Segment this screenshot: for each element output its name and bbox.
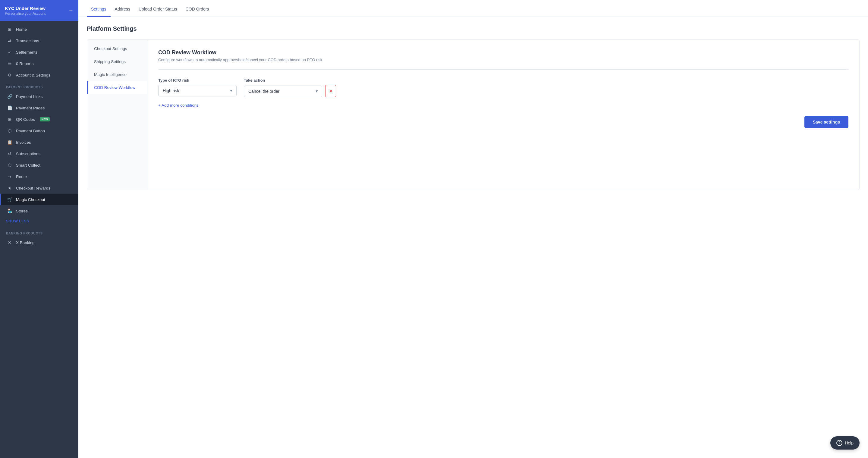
sidebar-item-settlements[interactable]: ✓ Settlements	[0, 46, 79, 58]
sub-sidebar-item-shipping-settings[interactable]: Shipping Settings	[87, 55, 147, 68]
tab-upload-order-status[interactable]: Upload Order Status	[134, 2, 181, 17]
sidebar-item-smart-collect[interactable]: ⬡ Smart Collect	[0, 159, 79, 171]
save-settings-button[interactable]: Save settings	[804, 116, 848, 128]
sidebar-item-label: Payment Links	[16, 94, 43, 99]
sidebar-item-label: Payment Pages	[16, 106, 44, 110]
take-action-select[interactable]: Cancel the order Hold the order Approve …	[244, 86, 322, 97]
sidebar-item-stores[interactable]: 🏪 Stores	[0, 205, 79, 217]
sidebar-item-label: Checkout Rewards	[16, 186, 50, 190]
sidebar-personalise-sub: Personalise your Account	[5, 11, 68, 16]
sidebar-item-invoices[interactable]: 📋 Invoices	[0, 136, 79, 148]
show-less-button[interactable]: SHOW LESS	[0, 217, 79, 227]
sub-sidebar-item-cod-review-workflow[interactable]: COD Review Workflow	[87, 81, 147, 94]
sidebar-expand-icon[interactable]: →	[68, 7, 73, 14]
sidebar-main-nav: ⊞ Home ⇄ Transactions ✓ Settlements ☰ 0 …	[0, 21, 79, 251]
sub-sidebar-item-magic-intelligence[interactable]: Magic Intelligence	[87, 68, 147, 81]
settings-icon: ⚙	[7, 72, 12, 78]
condition-row: Type of RTO risk High risk Medium risk L…	[158, 78, 848, 97]
payment-pages-icon: 📄	[7, 105, 12, 110]
rto-risk-label: Type of RTO risk	[158, 78, 237, 83]
invoices-icon: 📋	[7, 139, 12, 145]
new-badge: NEW	[40, 117, 50, 122]
help-icon: ?	[836, 440, 842, 446]
tab-cod-orders[interactable]: COD Orders	[181, 2, 213, 17]
cod-review-content: COD Review Workflow Configure workflows …	[147, 40, 859, 190]
rto-risk-column: Type of RTO risk High risk Medium risk L…	[158, 78, 237, 96]
sidebar-item-label: 0 Reports	[16, 62, 34, 66]
take-action-label: Take action	[244, 78, 336, 83]
tabs-bar: Settings Address Upload Order Status COD…	[79, 0, 868, 17]
save-row: Save settings	[158, 116, 848, 128]
sidebar-item-label: Invoices	[16, 140, 31, 144]
page-title: Platform Settings	[87, 25, 860, 32]
sub-sidebar: Checkout Settings Shipping Settings Magi…	[87, 40, 147, 190]
cod-section-title: COD Review Workflow	[158, 50, 848, 56]
sidebar-item-qr-codes[interactable]: ⊞ QR Codes NEW	[0, 113, 79, 125]
settlements-icon: ✓	[7, 50, 12, 55]
main-content: Settings Address Upload Order Status COD…	[79, 0, 868, 458]
rto-risk-select-wrapper: High risk Medium risk Low risk ▼	[158, 85, 237, 96]
payment-products-label: PAYMENT PRODUCTS	[0, 81, 79, 91]
sidebar-item-payment-pages[interactable]: 📄 Payment Pages	[0, 102, 79, 113]
magic-checkout-icon: 🛒	[7, 197, 12, 202]
cod-section-description: Configure workflows to automatically app…	[158, 58, 848, 62]
sidebar-item-label: Transactions	[16, 39, 39, 43]
sidebar-item-label: Smart Collect	[16, 163, 40, 167]
sidebar-item-payment-links[interactable]: 🔗 Payment Links	[0, 91, 79, 102]
smart-collect-icon: ⬡	[7, 162, 12, 168]
sidebar-item-label: Stores	[16, 209, 28, 213]
sidebar-item-subscriptions[interactable]: ↺ Subscriptions	[0, 148, 79, 159]
payment-links-icon: 🔗	[7, 94, 12, 99]
sidebar-header[interactable]: KYC Under Review Personalise your Accoun…	[0, 0, 79, 21]
sidebar-item-label: Account & Settings	[16, 73, 50, 77]
checkout-rewards-icon: ★	[7, 185, 12, 191]
payment-button-icon: ⬡	[7, 128, 12, 133]
sidebar-item-magic-checkout[interactable]: 🛒 Magic Checkout	[0, 194, 79, 205]
content-area: Platform Settings Checkout Settings Ship…	[79, 17, 868, 458]
delete-icon: ✕	[329, 88, 333, 94]
sidebar-item-checkout-rewards[interactable]: ★ Checkout Rewards	[0, 182, 79, 194]
sub-sidebar-item-checkout-settings[interactable]: Checkout Settings	[87, 42, 147, 55]
sidebar-item-reports[interactable]: ☰ 0 Reports	[0, 58, 79, 69]
rto-risk-select[interactable]: High risk Medium risk Low risk	[158, 85, 237, 96]
qr-codes-icon: ⊞	[7, 117, 12, 122]
sidebar-header-text: KYC Under Review Personalise your Accoun…	[5, 6, 68, 16]
stores-icon: 🏪	[7, 208, 12, 214]
help-button[interactable]: ? Help	[830, 436, 860, 450]
sidebar: KYC Under Review Personalise your Accoun…	[0, 0, 79, 458]
sidebar-item-route[interactable]: ⇢ Route	[0, 171, 79, 182]
sidebar-item-label: Route	[16, 174, 27, 179]
banking-products-label: BANKING PRODUCTS	[0, 227, 79, 237]
sidebar-item-label: Settlements	[16, 50, 37, 55]
sidebar-item-label: Subscriptions	[16, 152, 40, 156]
transactions-icon: ⇄	[7, 38, 12, 43]
take-action-column: Take action Cancel the order Hold the or…	[244, 78, 336, 97]
sidebar-item-label: QR Codes	[16, 117, 35, 122]
action-row: Cancel the order Hold the order Approve …	[244, 85, 336, 97]
subscriptions-icon: ↺	[7, 151, 12, 156]
sidebar-item-label: Magic Checkout	[16, 197, 45, 202]
delete-condition-button[interactable]: ✕	[325, 85, 336, 97]
add-more-conditions-button[interactable]: + Add more conditions	[158, 103, 848, 107]
inner-layout: Checkout Settings Shipping Settings Magi…	[87, 39, 860, 190]
sidebar-item-label: Payment Button	[16, 129, 45, 133]
sidebar-item-label: X Banking	[16, 240, 35, 245]
sidebar-item-transactions[interactable]: ⇄ Transactions	[0, 35, 79, 46]
content-divider	[158, 69, 848, 70]
sidebar-item-payment-button[interactable]: ⬡ Payment Button	[0, 125, 79, 136]
home-icon: ⊞	[7, 27, 12, 32]
sidebar-item-label: Home	[16, 27, 27, 32]
sidebar-item-x-banking[interactable]: ✕ X Banking	[0, 237, 79, 248]
route-icon: ⇢	[7, 174, 12, 179]
tab-address[interactable]: Address	[111, 2, 134, 17]
help-label: Help	[845, 440, 854, 445]
sidebar-kyc-title: KYC Under Review	[5, 6, 68, 11]
reports-icon: ☰	[7, 61, 12, 66]
take-action-select-wrapper: Cancel the order Hold the order Approve …	[244, 86, 322, 97]
tab-settings[interactable]: Settings	[87, 2, 111, 17]
sidebar-item-home[interactable]: ⊞ Home	[0, 24, 79, 35]
x-banking-icon: ✕	[7, 240, 12, 245]
sidebar-item-account-settings[interactable]: ⚙ Account & Settings	[0, 69, 79, 81]
